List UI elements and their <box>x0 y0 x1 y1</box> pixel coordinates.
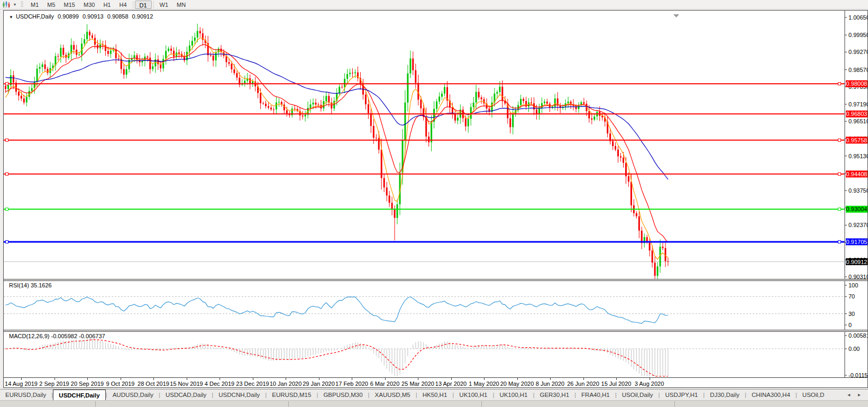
svg-text:0.98570: 0.98570 <box>848 67 867 73</box>
collapse-triangle-icon[interactable]: ▼ <box>9 15 13 20</box>
svg-text:0.97190: 0.97190 <box>848 101 867 107</box>
time-label: 15 Jul 2020 <box>601 381 632 387</box>
moving-averages <box>6 38 668 260</box>
line-anchor-marker[interactable] <box>838 240 841 243</box>
line-anchor-marker[interactable] <box>6 173 8 175</box>
time-tick <box>87 378 88 380</box>
time-tick <box>583 378 584 380</box>
chart-tab-eurusd-m15[interactable]: EURUSD,M15 <box>267 390 316 400</box>
svg-text:0.90912: 0.90912 <box>846 259 867 265</box>
time-label: 3 Aug 2020 <box>635 381 664 387</box>
line-anchor-marker[interactable] <box>838 83 841 85</box>
chart-tab-eurusd-daily[interactable]: EURUSD,Daily <box>0 390 51 400</box>
rsi-canvas[interactable]: 10070300 <box>4 281 867 330</box>
chart-tab-audusd-daily[interactable]: AUDUSD,Daily <box>107 390 159 400</box>
chart-tab-dj30-daily[interactable]: DJ30,Daily <box>705 390 745 400</box>
time-tick <box>352 378 352 380</box>
line-anchor-marker[interactable] <box>6 83 8 85</box>
chart-shift-marker-icon[interactable] <box>673 14 679 17</box>
time-tick <box>550 378 551 380</box>
chart-tab-xauusd-m5[interactable]: XAUUSD,M5 <box>370 390 416 400</box>
chevron-down-icon[interactable]: ▾ <box>11 2 19 7</box>
timeframe-button-m30[interactable]: M30 <box>79 1 99 9</box>
chart-tab-uk100-h1[interactable]: UK100,H1 <box>494 390 533 400</box>
line-anchor-marker[interactable] <box>838 208 841 211</box>
time-label: 14 Aug 2019 <box>5 381 38 387</box>
ohlc-open: 0.90899 <box>58 13 79 20</box>
price-chart-canvas[interactable]: 1.006500.999500.992700.985700.978900.971… <box>4 11 867 279</box>
time-tick <box>517 378 518 380</box>
slow-ma-line <box>6 54 668 179</box>
chart-tab-ger30-h1[interactable]: GER30,H1 <box>534 390 574 400</box>
macd-canvas[interactable]: 0.0058180.00-0.011514 <box>4 332 867 377</box>
svg-text:0.96510: 0.96510 <box>848 118 867 124</box>
svg-text:1.00650: 1.00650 <box>848 14 867 21</box>
line-anchor-marker[interactable] <box>6 139 8 141</box>
chart-tab-usoil-daily[interactable]: USOil,Daily <box>617 390 659 400</box>
strip-divider <box>674 401 675 407</box>
ohlc-high: 0.90913 <box>83 13 104 20</box>
time-label: 15 Nov 2019 <box>170 381 203 387</box>
svg-text:0.93750: 0.93750 <box>848 187 867 194</box>
timeframe-button-h4[interactable]: H4 <box>115 1 131 9</box>
time-tick <box>220 378 220 380</box>
time-label: 17 Feb 2020 <box>335 381 368 387</box>
time-tick <box>650 378 650 380</box>
svg-text:70: 70 <box>848 293 855 300</box>
time-tick <box>187 378 187 380</box>
svg-text:0.93004: 0.93004 <box>846 206 867 212</box>
time-tick <box>121 378 121 380</box>
timeframe-button-m1[interactable]: M1 <box>26 1 43 9</box>
chart-tab-usdcad-daily[interactable]: USDCAD,Daily <box>160 390 212 400</box>
timeframe-button-w1[interactable]: W1 <box>156 1 173 9</box>
timeframe-button-h1[interactable]: H1 <box>99 1 115 9</box>
chart-tab-usoil-d[interactable]: USOil,D <box>797 390 830 400</box>
chart-tab-uk100-h1[interactable]: UK100,H1 <box>454 390 492 400</box>
svg-text:0.005818: 0.005818 <box>848 332 867 339</box>
line-anchor-marker[interactable] <box>838 139 841 141</box>
chart-tab-fra40-h1[interactable]: FRA40,H1 <box>576 390 615 400</box>
svg-text:0.95130: 0.95130 <box>848 153 867 159</box>
svg-text:0.95758: 0.95758 <box>846 137 867 143</box>
timeframe-toolbar: ▾ M1M5M15M30H1H4D1W1MN <box>0 0 868 10</box>
tab-scroll-arrows[interactable]: ◂ ▸ <box>845 390 868 400</box>
chart-tab-usdchf-daily[interactable]: USDCHF,Daily <box>53 390 105 400</box>
svg-text:0.99270: 0.99270 <box>848 49 867 55</box>
rsi-label: RSI(14) 35.1626 <box>9 282 52 288</box>
time-label: 1 May 2020 <box>469 381 499 387</box>
time-label: 13 Apr 2020 <box>435 381 467 387</box>
chart-tab-gbpusd-m30[interactable]: GBPUSD,M30 <box>318 390 368 400</box>
time-tick <box>54 378 55 380</box>
strip-divider <box>288 401 289 407</box>
timeframe-button-m15[interactable]: M15 <box>60 1 79 9</box>
svg-text:0.00: 0.00 <box>848 346 860 352</box>
time-axis[interactable]: 14 Aug 20192 Sep 201920 Sep 20199 Oct 20… <box>4 377 867 387</box>
candles <box>5 24 669 279</box>
line-anchor-marker[interactable] <box>6 208 8 211</box>
time-label: 6 Mar 2020 <box>370 381 400 387</box>
time-tick <box>616 378 617 380</box>
time-tick <box>385 378 386 380</box>
chart-title: ▼USDCHF,Daily 0.90899 0.90913 0.90858 0.… <box>9 13 155 20</box>
time-label: 8 Jun 2020 <box>536 381 564 387</box>
chart-tab-china300-h4[interactable]: CHINA300,H4 <box>746 390 796 400</box>
line-anchor-marker[interactable] <box>838 173 841 175</box>
chart-symbol: USDCHF,Daily <box>16 13 54 20</box>
chart-tab-usdjpy-h1[interactable]: USDJPY,H1 <box>660 390 703 400</box>
chart-tab-hk50-h1[interactable]: HK50,H1 <box>417 390 453 400</box>
toolbar-grip[interactable] <box>21 2 23 8</box>
macd-signal-line <box>6 340 668 376</box>
chart-tab-usdcnh-daily[interactable]: USDCNH,Daily <box>213 390 265 400</box>
candlestick-chart-icon[interactable] <box>2 1 11 8</box>
svg-text:0.96803: 0.96803 <box>846 111 867 117</box>
timeframe-button-m5[interactable]: M5 <box>43 1 59 9</box>
rsi-line <box>6 297 668 323</box>
rsi-panel: RSI(14) 35.1626 10070300 <box>4 281 867 330</box>
line-anchor-marker[interactable] <box>6 240 8 243</box>
time-label: 28 Oct 2019 <box>138 381 169 387</box>
timeframe-button-mn[interactable]: MN <box>172 1 190 9</box>
svg-text:-0.011514: -0.011514 <box>848 372 867 377</box>
chart-window: ▼USDCHF,Daily 0.90899 0.90913 0.90858 0.… <box>3 10 868 388</box>
timeframe-button-d1[interactable]: D1 <box>135 1 152 9</box>
time-tick <box>451 378 452 380</box>
